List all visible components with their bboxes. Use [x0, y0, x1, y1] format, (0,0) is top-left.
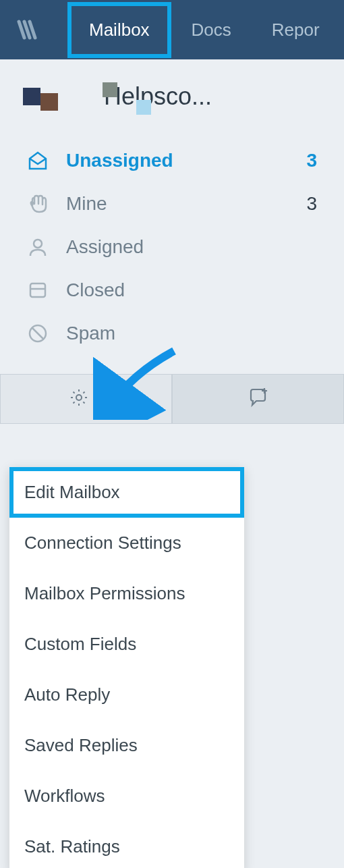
folder-label: Spam	[66, 323, 317, 344]
folder-assigned[interactable]: Assigned	[0, 225, 344, 269]
dropdown-sat-ratings[interactable]: Sat. Ratings	[9, 821, 244, 868]
app-logo[interactable]	[13, 16, 40, 43]
speech-plus-icon	[247, 386, 270, 412]
svg-point-5	[76, 395, 82, 400]
dropdown-label: Workflows	[24, 786, 105, 806]
svg-rect-1	[30, 283, 45, 297]
mail-open-icon	[27, 150, 49, 171]
top-nav: Mailbox Docs Repor	[0, 0, 344, 59]
dropdown-label: Custom Fields	[24, 634, 136, 654]
dropdown-label: Mailbox Permissions	[24, 583, 185, 603]
nav-label: Repor	[272, 20, 320, 40]
mailbox-logo	[23, 80, 90, 113]
folder-unassigned[interactable]: Unassigned 3	[0, 139, 344, 182]
nav-mailbox[interactable]: Mailbox	[67, 2, 171, 58]
new-conversation-button[interactable]	[172, 374, 344, 424]
folder-label: Assigned	[66, 236, 317, 258]
dropdown-mailbox-permissions[interactable]: Mailbox Permissions	[9, 568, 244, 619]
folder-count: 3	[306, 193, 317, 215]
person-icon	[27, 236, 49, 258]
dropdown-saved-replies[interactable]: Saved Replies	[9, 720, 244, 771]
dropdown-custom-fields[interactable]: Custom Fields	[9, 619, 244, 670]
hand-icon	[27, 193, 49, 215]
folder-count: 3	[306, 150, 317, 171]
svg-point-0	[34, 240, 42, 248]
dropdown-workflows[interactable]: Workflows	[9, 771, 244, 821]
dropdown-edit-mailbox[interactable]: Edit Mailbox	[9, 467, 244, 518]
folder-label: Unassigned	[66, 150, 306, 171]
folder-list: Unassigned 3 Mine 3 Assigned Closed	[0, 127, 344, 371]
dropdown-label: Saved Replies	[24, 735, 138, 755]
dropdown-label: Sat. Ratings	[24, 836, 120, 857]
folder-label: Closed	[66, 279, 317, 301]
archive-icon	[27, 279, 49, 301]
dropdown-label: Edit Mailbox	[24, 482, 120, 502]
folder-label: Mine	[66, 193, 306, 215]
dropdown-auto-reply[interactable]: Auto Reply	[9, 670, 244, 720]
folder-spam[interactable]: Spam	[0, 312, 344, 355]
settings-button[interactable]	[0, 374, 172, 424]
dropdown-label: Auto Reply	[24, 684, 110, 705]
nav-reports[interactable]: Repor	[252, 2, 340, 58]
nav-docs[interactable]: Docs	[171, 2, 252, 58]
gear-icon	[69, 387, 89, 410]
dropdown-connection-settings[interactable]: Connection Settings	[9, 518, 244, 568]
folder-closed[interactable]: Closed	[0, 269, 344, 312]
mailbox-header: Helpsco...	[0, 59, 344, 127]
block-icon	[27, 323, 49, 344]
settings-dropdown: Edit Mailbox Connection Settings Mailbox…	[9, 467, 244, 868]
chevron-down-icon	[94, 393, 104, 405]
sidebar-actions	[0, 374, 344, 424]
dropdown-label: Connection Settings	[24, 533, 181, 553]
folder-mine[interactable]: Mine 3	[0, 182, 344, 225]
nav-label: Mailbox	[89, 20, 150, 40]
nav-label: Docs	[192, 20, 231, 40]
svg-line-4	[32, 327, 44, 340]
